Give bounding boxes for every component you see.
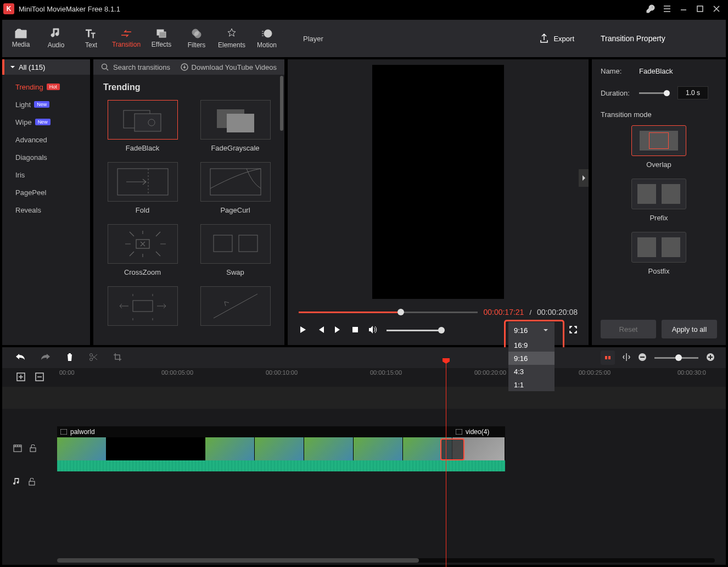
- svg-rect-20: [133, 301, 153, 312]
- transition-more2[interactable]: [196, 286, 275, 326]
- time-total: 00:00:20:08: [537, 308, 578, 316]
- cat-diagonals[interactable]: Diagonals: [2, 148, 90, 166]
- duration-slider[interactable]: [639, 92, 667, 94]
- property-header: Transition Property: [592, 20, 726, 57]
- progress-bar[interactable]: [299, 312, 478, 313]
- aspect-dropdown[interactable]: 9:16: [508, 322, 555, 338]
- aspect-opt-9-16[interactable]: 9:16: [508, 352, 555, 365]
- category-sidebar: All (115) TrendingHot LightNew WipeNew A…: [2, 59, 90, 345]
- svg-rect-17: [136, 240, 149, 248]
- aspect-opt-16-9[interactable]: 16:9: [508, 338, 555, 352]
- grid-heading: Trending: [103, 82, 275, 92]
- cat-trending[interactable]: TrendingHot: [2, 78, 90, 96]
- remove-track-button[interactable]: [35, 373, 44, 383]
- undo-button[interactable]: [15, 353, 25, 363]
- category-all[interactable]: All (115): [2, 59, 90, 75]
- download-link[interactable]: Download YouTube Videos: [181, 63, 277, 71]
- redo-button[interactable]: [41, 353, 51, 363]
- transition-fadegrayscale[interactable]: FadeGrayscale: [196, 100, 275, 152]
- app-title: MiniTool MovieMaker Free 8.1.1: [19, 5, 120, 13]
- close-button[interactable]: [708, 1, 725, 17]
- tab-filters[interactable]: Filters: [179, 23, 214, 54]
- svg-rect-19: [239, 235, 257, 252]
- hamburger-icon[interactable]: [659, 1, 675, 17]
- play-button[interactable]: [299, 325, 307, 336]
- tab-transition[interactable]: Transition: [109, 23, 144, 54]
- crop-button[interactable]: [113, 353, 122, 363]
- volume-icon[interactable]: [368, 325, 378, 336]
- fit-button[interactable]: [623, 353, 630, 363]
- svg-text:T: T: [91, 32, 96, 39]
- key-icon[interactable]: [642, 1, 659, 17]
- zoom-out-button[interactable]: [638, 353, 647, 363]
- tab-effects[interactable]: Effects: [144, 23, 179, 54]
- transition-more1[interactable]: [103, 286, 182, 326]
- scrollbar[interactable]: [280, 76, 283, 131]
- minimize-button[interactable]: [675, 1, 692, 17]
- next-button[interactable]: [334, 325, 343, 336]
- playhead[interactable]: [446, 358, 446, 567]
- timeline-scrollbar[interactable]: [57, 558, 715, 563]
- svg-rect-18: [214, 235, 232, 252]
- lock-icon[interactable]: [29, 478, 35, 487]
- clip-palworld[interactable]: palworld: [57, 426, 452, 471]
- svg-text:T: T: [86, 28, 92, 39]
- svg-rect-4: [157, 30, 164, 35]
- aspect-dropdown-menu: 16:9 9:16 4:3 1:1: [508, 338, 555, 391]
- collapse-panel-button[interactable]: [579, 169, 589, 187]
- transition-fold[interactable]: Fold: [103, 162, 182, 214]
- tab-elements[interactable]: Elements: [214, 23, 249, 54]
- cat-pagepeel[interactable]: PagePeel: [2, 184, 90, 201]
- snap-button[interactable]: [601, 351, 615, 365]
- transition-pagecurl[interactable]: PageCurl: [196, 162, 275, 214]
- lock-icon[interactable]: [30, 444, 36, 454]
- zoom-in-button[interactable]: [706, 353, 715, 363]
- volume-slider[interactable]: [387, 330, 441, 331]
- transition-fadeblack[interactable]: FadeBlack: [103, 100, 182, 152]
- transition-swap[interactable]: Swap: [196, 224, 275, 276]
- preview-stage: [372, 65, 504, 299]
- zoom-slider[interactable]: [654, 357, 698, 359]
- svg-rect-11: [124, 110, 150, 128]
- mode-postfix[interactable]: Postfix: [601, 232, 717, 275]
- cat-advanced[interactable]: Advanced: [2, 131, 90, 148]
- fullscreen-button[interactable]: [569, 325, 578, 336]
- svg-rect-27: [640, 357, 645, 358]
- timeline: 00:00 00:00:05:00 00:00:10:00 00:00:15:0…: [2, 347, 726, 565]
- split-button[interactable]: [89, 353, 98, 363]
- svg-rect-37: [29, 481, 35, 485]
- apply-all-button[interactable]: Apply to all: [662, 320, 717, 338]
- svg-rect-24: [605, 356, 607, 359]
- tab-text[interactable]: TTText: [74, 23, 109, 54]
- app-logo: K: [3, 3, 14, 14]
- delete-button[interactable]: [66, 353, 74, 363]
- mode-prefix[interactable]: Prefix: [601, 179, 717, 222]
- tab-audio[interactable]: Audio: [38, 23, 74, 54]
- aspect-opt-1-1[interactable]: 1:1: [508, 378, 555, 391]
- aspect-opt-4-3[interactable]: 4:3: [508, 365, 555, 378]
- duration-value[interactable]: 1.0 s: [677, 86, 708, 99]
- cat-wipe[interactable]: WipeNew: [2, 113, 90, 131]
- cat-reveals[interactable]: Reveals: [2, 201, 90, 219]
- tab-media[interactable]: Media: [3, 23, 38, 54]
- search-transitions[interactable]: Search transitions: [101, 63, 170, 71]
- cat-light[interactable]: LightNew: [2, 96, 90, 113]
- svg-rect-36: [456, 429, 462, 435]
- reset-button[interactable]: Reset: [601, 320, 656, 338]
- cat-iris[interactable]: Iris: [2, 166, 90, 184]
- mode-overlap[interactable]: Overlap: [601, 125, 717, 169]
- video-track-icon: [13, 444, 22, 454]
- svg-point-9: [102, 64, 107, 69]
- export-button[interactable]: Export: [539, 34, 574, 43]
- maximize-button[interactable]: [692, 1, 708, 17]
- transition-chip[interactable]: [440, 438, 464, 460]
- add-track-button[interactable]: [16, 373, 25, 383]
- transition-crosszoom[interactable]: CrossZoom: [103, 224, 182, 276]
- svg-rect-32: [36, 373, 43, 381]
- prev-button[interactable]: [316, 325, 325, 336]
- svg-rect-29: [708, 357, 713, 358]
- stop-button[interactable]: [351, 326, 359, 335]
- time-sep: /: [529, 308, 531, 316]
- tab-motion[interactable]: Motion: [249, 23, 284, 54]
- timeline-ruler[interactable]: 00:00 00:00:05:00 00:00:10:00 00:00:15:0…: [2, 368, 726, 387]
